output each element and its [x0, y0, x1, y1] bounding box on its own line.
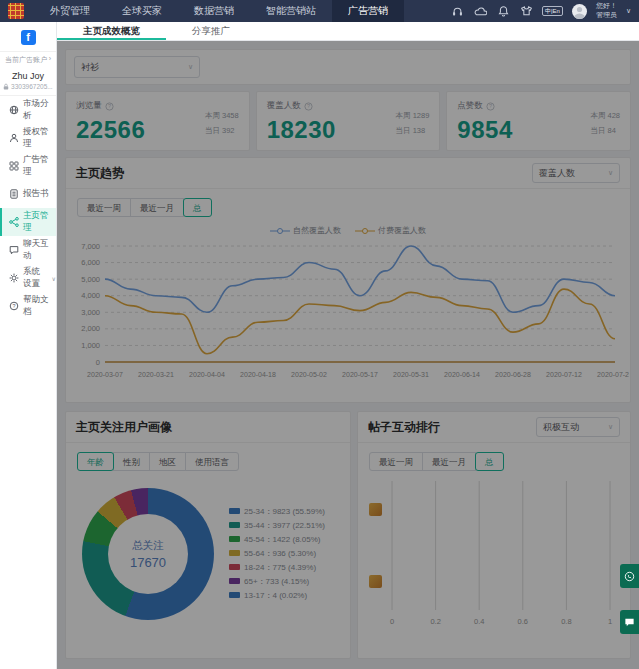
account-label: 当前广告账户 — [5, 55, 47, 65]
globe-icon — [9, 105, 19, 115]
nav-right: 中|En 您好！ 管理员 ∨ — [451, 2, 639, 20]
gear-icon — [9, 273, 19, 283]
legend-item[interactable]: 自然覆盖人数 — [270, 225, 341, 236]
sidebar-item-label: 聊天互动 — [23, 238, 56, 262]
svg-text:0.6: 0.6 — [518, 617, 528, 626]
svg-text:?: ? — [489, 103, 492, 109]
chat-icon — [9, 245, 19, 255]
help-icon[interactable]: ? — [304, 102, 313, 111]
trend-range-2[interactable]: 总 — [183, 198, 212, 217]
tshirt-icon[interactable] — [520, 5, 533, 18]
svg-text:?: ? — [108, 103, 111, 109]
trend-card: 主页趋势 覆盖人数∨ 最近一周最近一月总 自然覆盖人数付费覆盖人数 01,000… — [65, 157, 631, 403]
chevron-down-icon[interactable]: ∨ — [626, 7, 631, 15]
donut-legend-item[interactable]: 18-24：775 (4.39%) — [229, 560, 325, 574]
sidebar-item-6[interactable]: 系统设置∨ — [0, 264, 56, 292]
donut-legend-item[interactable]: 25-34：9823 (55.59%) — [229, 504, 325, 518]
donut-legend-item[interactable]: 45-54：1422 (8.05%) — [229, 532, 325, 546]
filter-card: 衬衫∨ — [65, 49, 631, 85]
svg-text:7,000: 7,000 — [81, 242, 100, 251]
help-icon[interactable]: ? — [105, 102, 114, 111]
post-thumbnail[interactable] — [369, 575, 382, 588]
donut-legend-item[interactable]: 35-44：3977 (22.51%) — [229, 518, 325, 532]
chat-button[interactable] — [620, 610, 639, 634]
avatar[interactable] — [572, 4, 587, 19]
bell-icon[interactable] — [497, 5, 510, 18]
chevron-down-icon: ∨ — [52, 275, 56, 282]
sidebar-item-4[interactable]: 主页管理 — [0, 208, 56, 236]
language-toggle[interactable]: 中|En — [542, 6, 563, 16]
svg-text:1,000: 1,000 — [81, 341, 100, 350]
app-logo[interactable] — [8, 3, 24, 19]
posts-range-1[interactable]: 最近一月 — [422, 452, 476, 471]
sidebar-item-0[interactable]: 市场分析 — [0, 96, 56, 124]
svg-text:2020-05-02: 2020-05-02 — [291, 371, 327, 378]
svg-text:2020-03-21: 2020-03-21 — [138, 371, 174, 378]
followers-dim-3[interactable]: 使用语言 — [185, 452, 239, 471]
nav-item-4[interactable]: 广告营销 — [332, 0, 404, 22]
svg-text:2020-06-28: 2020-06-28 — [495, 371, 531, 378]
headset-icon[interactable] — [451, 5, 464, 18]
tab-page-overview[interactable]: 主页成效概览 — [57, 22, 166, 40]
followers-dim-0[interactable]: 年龄 — [77, 452, 114, 471]
sidebar-item-3[interactable]: 报告书 — [0, 180, 56, 208]
stat-sub: 本周 3458 — [205, 108, 239, 123]
main-area: 主页成效概览 分享推广 衬衫∨ 浏览量?22566本周 3458当日 392覆盖… — [57, 22, 639, 669]
sidebar-item-label: 广告管理 — [23, 154, 56, 178]
trend-range-buttons: 最近一周最近一月总 — [77, 198, 630, 217]
user-greeting: 您好！ 管理员 — [596, 2, 617, 20]
svg-text:2020-07-12: 2020-07-12 — [546, 371, 582, 378]
tab-share-promotion[interactable]: 分享推广 — [166, 22, 256, 40]
nav-item-1[interactable]: 全球买家 — [106, 0, 178, 22]
bottom-row: 主页关注用户画像 年龄性别地区使用语言 总关注 17670 25-34：9823… — [65, 411, 631, 659]
nav-item-2[interactable]: 数据营销 — [178, 0, 250, 22]
account-selector[interactable]: 当前广告账户 › — [0, 51, 56, 68]
sidebar-item-7[interactable]: ?帮助文档 — [0, 292, 56, 320]
page-select[interactable]: 衬衫∨ — [74, 56, 200, 78]
followers-dim-1[interactable]: 性别 — [113, 452, 150, 471]
legend-swatch-icon — [229, 578, 240, 584]
trend-metric-select[interactable]: 覆盖人数∨ — [532, 163, 620, 183]
svg-text:2020-06-14: 2020-06-14 — [444, 371, 480, 378]
cloud-icon[interactable] — [474, 5, 487, 18]
donut-legend-item[interactable]: 65+：733 (4.15%) — [229, 574, 325, 588]
followers-dim-2[interactable]: 地区 — [149, 452, 186, 471]
sidebar-item-label: 帮助文档 — [23, 294, 56, 318]
help-icon[interactable]: ? — [486, 102, 495, 111]
donut-legend-item[interactable]: 55-64：936 (5.30%) — [229, 546, 325, 560]
customer-service-button[interactable] — [620, 564, 639, 588]
sidebar: f 当前广告账户 › Zhu Joy 3303967205... 市场分析授权管… — [0, 22, 57, 669]
legend-marker-icon — [270, 227, 290, 235]
legend-swatch-icon — [229, 508, 240, 514]
svg-text:0.4: 0.4 — [474, 617, 484, 626]
svg-text:2020-05-31: 2020-05-31 — [393, 371, 429, 378]
posts-metric-select[interactable]: 积极互动∨ — [536, 417, 620, 437]
svg-text:2020-07-26: 2020-07-26 — [597, 371, 629, 378]
stat-subs: 本周 428当日 84 — [590, 108, 620, 138]
chevron-down-icon: ∨ — [608, 423, 613, 431]
donut-legend-item[interactable]: 13-17：4 (0.02%) — [229, 588, 325, 602]
nav-item-0[interactable]: 外贸管理 — [34, 0, 106, 22]
stats-row: 浏览量?22566本周 3458当日 392覆盖人数?18230本周 1289当… — [65, 91, 631, 151]
trend-range-1[interactable]: 最近一月 — [130, 198, 184, 217]
sidebar-item-label: 主页管理 — [23, 210, 56, 234]
sidebar-item-2[interactable]: 广告管理 — [0, 152, 56, 180]
account-id: 3303967205... — [0, 83, 56, 90]
trend-range-0[interactable]: 最近一周 — [77, 198, 131, 217]
legend-marker-icon — [355, 227, 375, 235]
stat-card-1: 覆盖人数?18230本周 1289当日 138 — [256, 91, 441, 151]
stat-sub: 本周 1289 — [396, 108, 430, 123]
posts-range-2[interactable]: 总 — [475, 452, 504, 471]
nav-item-3[interactable]: 智能营销站 — [250, 0, 332, 22]
svg-text:0.2: 0.2 — [430, 617, 440, 626]
stat-sub: 本周 428 — [590, 108, 620, 123]
posts-range-0[interactable]: 最近一周 — [369, 452, 423, 471]
donut-center-label: 总关注 — [132, 539, 164, 553]
sidebar-item-5[interactable]: 聊天互动 — [0, 236, 56, 264]
post-thumbnail[interactable] — [369, 503, 382, 516]
greeting-line2: 管理员 — [596, 11, 617, 18]
legend-item[interactable]: 付费覆盖人数 — [355, 225, 426, 236]
svg-text:4,000: 4,000 — [81, 291, 100, 300]
sidebar-item-1[interactable]: 授权管理 — [0, 124, 56, 152]
sidebar-item-label: 系统设置 — [23, 266, 47, 290]
